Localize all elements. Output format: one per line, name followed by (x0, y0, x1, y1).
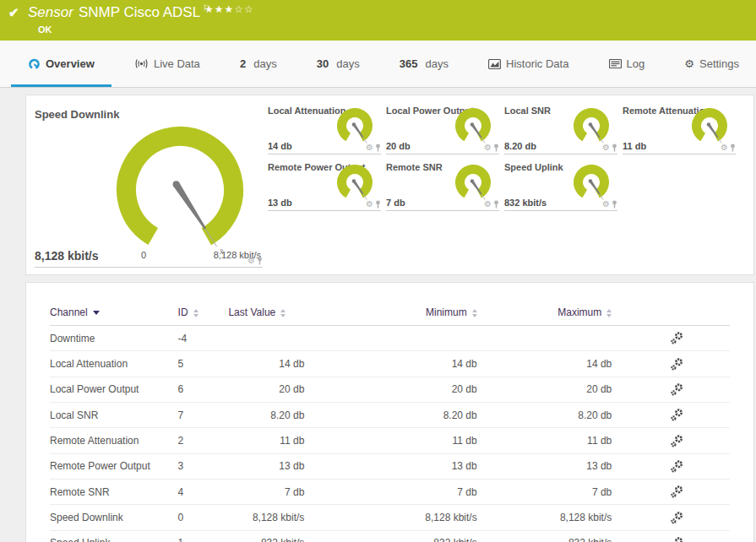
live-icon (134, 58, 149, 69)
tab-log[interactable]: Log (604, 41, 650, 87)
column-header-last-value[interactable]: Last Value (228, 301, 304, 326)
minimum-cell: 14 db (304, 351, 476, 377)
maximum-cell: 832 kbit/s (477, 530, 612, 542)
pin-icon[interactable] (375, 144, 381, 152)
table-row: Remote SNR 4 7 db 7 db 7 db (50, 479, 730, 504)
small-gauge-cell[interactable]: Local Power Output 20 db ⚙ (386, 104, 499, 154)
small-gauge-cell[interactable]: Remote Attenuation 11 db ⚙ (623, 104, 736, 154)
table-row: Remote Attenuation 2 11 db 11 db 11 db (50, 428, 730, 453)
channel-cell: Remote Power Output (50, 453, 178, 479)
pin-icon[interactable] (612, 144, 617, 152)
tab-365-days[interactable]: 365 days (394, 41, 454, 87)
id-cell: 2 (178, 428, 229, 453)
minimum-cell: 832 kbit/s (304, 530, 476, 542)
channel-settings-gears-icon[interactable] (671, 435, 683, 447)
channel-settings-gears-icon[interactable] (671, 358, 683, 371)
table-row: Local SNR 7 8.20 db 8.20 db 8.20 db (50, 402, 730, 427)
table-row: Local Attenuation 5 14 db 14 db 14 db (50, 351, 730, 377)
channel-table-panel: Channel ID Last Value Minimum Maximum Do… (25, 282, 754, 542)
id-cell: 4 (178, 479, 229, 504)
pin-icon[interactable] (493, 200, 499, 209)
small-gauge-cell[interactable]: Remote Power Output 13 db ⚙ (268, 160, 381, 211)
channel-settings-gears-icon[interactable] (671, 332, 683, 344)
rating-stars[interactable]: ★★★☆☆ (204, 3, 254, 15)
minimum-cell: 13 db (304, 453, 476, 479)
tab-2-days[interactable]: 2 days (235, 41, 282, 87)
table-row: Speed Uplink 1 832 kbit/s 832 kbit/s 832… (50, 530, 730, 542)
channel-gear-icon[interactable]: ⚙ (602, 200, 610, 209)
pin-icon[interactable] (730, 144, 736, 152)
pin-icon[interactable] (375, 200, 381, 209)
channel-gear-icon[interactable]: ⚙ (484, 144, 492, 152)
column-header-id[interactable]: ID (178, 301, 229, 326)
small-gauge-value: 8.20 db (504, 141, 536, 151)
channel-settings-gears-icon[interactable] (671, 460, 683, 473)
id-cell: 0 (178, 505, 229, 530)
small-gauge-value: 7 db (386, 198, 405, 208)
pin-icon[interactable] (493, 144, 499, 152)
tab-overview[interactable]: Overview (23, 41, 100, 87)
small-gauge-cell[interactable]: Remote SNR 7 db ⚙ (386, 160, 499, 211)
channel-cell: Local SNR (50, 402, 178, 427)
last-value-cell: 13 db (228, 453, 304, 479)
channel-cell: Remote Attenuation (50, 428, 178, 453)
channel-gear-icon[interactable]: ⚙ (484, 200, 492, 209)
minimum-cell: 8,128 kbit/s (304, 505, 476, 530)
sort-icon (193, 309, 199, 317)
maximum-cell: 8,128 kbit/s (477, 505, 612, 530)
column-header-maximum[interactable]: Maximum (477, 301, 612, 326)
channel-cell: Speed Uplink (50, 530, 178, 542)
last-value-cell: 14 db (228, 351, 304, 377)
id-cell: 7 (178, 402, 229, 427)
channel-gear-icon[interactable]: ⚙ (721, 144, 728, 152)
channel-gear-icon[interactable]: ⚙ (366, 200, 373, 209)
sort-desc-icon (93, 311, 100, 315)
channel-settings-gears-icon[interactable] (671, 383, 683, 396)
ok-check-icon: ✔ (8, 5, 19, 20)
last-value-cell: 20 db (228, 377, 304, 402)
maximum-cell: 20 db (477, 377, 612, 402)
small-gauge-title: Remote SNR (386, 162, 443, 172)
chart-icon (488, 59, 501, 69)
status-badge: OK (38, 24, 52, 35)
primary-gauge: x̄ (95, 106, 264, 257)
channel-settings-gears-icon[interactable] (671, 512, 683, 524)
tab-live-data[interactable]: Live Data (129, 41, 205, 87)
channel-gear-icon[interactable]: ⚙ (247, 257, 255, 265)
gauge-scale-min: 0 (141, 250, 146, 260)
tab-30-days[interactable]: 30 days (312, 41, 365, 87)
small-gauge-value: 14 db (268, 141, 292, 151)
small-gauge-cell[interactable]: Speed Uplink 832 kbit/s ⚙ (504, 160, 617, 211)
channel-gear-icon[interactable]: ⚙ (366, 144, 373, 152)
gauge-icon (28, 57, 41, 70)
column-header-minimum[interactable]: Minimum (304, 301, 476, 326)
maximum-cell: 13 db (477, 453, 612, 479)
channel-settings-gears-icon[interactable] (671, 409, 683, 421)
tab-historic-data[interactable]: Historic Data (483, 41, 574, 87)
pin-icon[interactable] (257, 257, 263, 265)
last-value-cell: 11 db (228, 428, 304, 453)
channel-settings-gears-icon[interactable] (671, 537, 683, 542)
minimum-cell (304, 326, 476, 351)
channel-gear-icon[interactable]: ⚙ (602, 144, 610, 152)
channel-cell: Speed Downlink (50, 505, 178, 530)
channel-settings-gears-icon[interactable] (671, 485, 683, 498)
sensor-title-line: SensorSNMP Cisco ADSL⚐ (28, 3, 210, 21)
last-value-cell: 8.20 db (228, 402, 304, 427)
last-value-cell: 832 kbit/s (228, 530, 304, 542)
pin-icon[interactable] (612, 200, 617, 209)
maximum-cell: 7 db (477, 479, 612, 504)
column-header-channel[interactable]: Channel (50, 301, 178, 326)
primary-gauge-cell[interactable]: Speed Downlink x̄ 0 8,128 kbit/s 8,128 k… (35, 104, 263, 268)
small-gauge-cell[interactable]: Local SNR 8.20 db ⚙ (504, 104, 617, 154)
channel-cell: Remote SNR (50, 479, 178, 504)
tab-settings[interactable]: ⚙ Settings (679, 41, 744, 87)
last-value-cell (228, 326, 304, 351)
sensor-header: ✔ SensorSNMP Cisco ADSL⚐ ★★★☆☆ OK (0, 0, 756, 41)
small-gauge-cell[interactable]: Local Attenuation 14 db ⚙ (268, 104, 381, 154)
channel-cell: Local Power Output (50, 377, 178, 402)
maximum-cell: 14 db (477, 351, 612, 377)
gear-icon: ⚙ (684, 57, 694, 70)
small-gauge-title: Speed Uplink (504, 162, 563, 172)
primary-gauge-value: 8,128 kbit/s (35, 249, 99, 263)
